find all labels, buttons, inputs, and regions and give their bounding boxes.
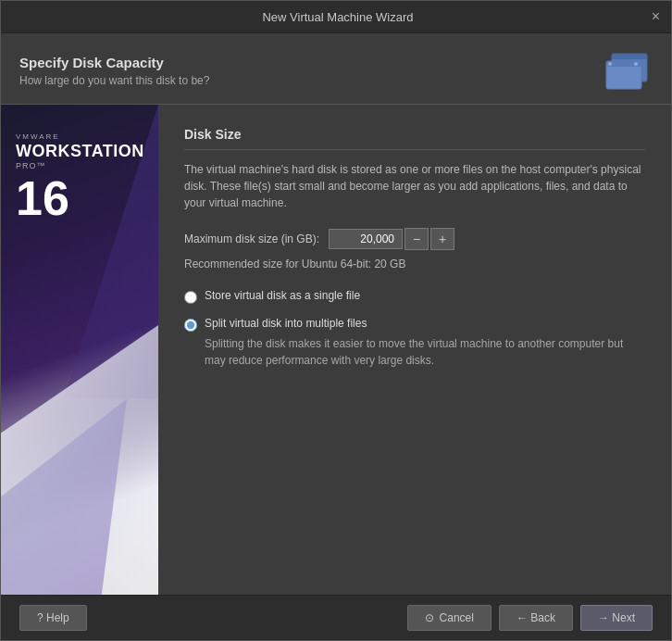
description: The virtual machine's hard disk is store… — [184, 161, 645, 211]
dialog-title: New Virtual Machine Wizard — [34, 10, 641, 24]
pro-label: PRO™ — [16, 161, 144, 170]
option1-radio[interactable] — [184, 291, 197, 304]
decrease-button[interactable]: − — [404, 228, 429, 250]
cancel-label: Cancel — [440, 611, 474, 624]
option1-label[interactable]: Store virtual disk as a single file — [205, 289, 360, 302]
option2-desc: Splitting the disk makes it easier to mo… — [184, 335, 645, 369]
header-text: Specify Disk Capacity How large do you w… — [19, 55, 209, 87]
dialog: New Virtual Machine Wizard × Specify Dis… — [0, 0, 672, 641]
next-label: → Next — [598, 611, 635, 624]
help-button[interactable]: ? Help — [19, 605, 87, 631]
svg-point-4 — [634, 62, 638, 66]
close-button[interactable]: × — [641, 8, 660, 25]
footer: ? Help ⊙ Cancel ← Back → Next — [1, 595, 671, 640]
footer-right: ⊙ Cancel ← Back → Next — [407, 605, 653, 631]
header: Specify Disk Capacity How large do you w… — [1, 33, 671, 105]
disk-size-input[interactable] — [329, 229, 403, 249]
right-panel: Disk Size The virtual machine's hard dis… — [158, 105, 671, 595]
vmware-label: VMWARE — [16, 132, 144, 141]
back-button[interactable]: ← Back — [499, 605, 573, 631]
help-label: ? Help — [37, 611, 69, 624]
disk-icon — [604, 48, 653, 93]
option2-row: Split virtual disk into multiple files — [184, 317, 645, 332]
option2-radio[interactable] — [184, 319, 197, 332]
back-label: ← Back — [516, 611, 555, 624]
sidebar: VMWARE WORKSTATION PRO™ 16 — [1, 105, 158, 595]
title-bar: New Virtual Machine Wizard × — [1, 1, 671, 33]
option1-row: Store virtual disk as a single file — [184, 289, 645, 304]
radio-group: Store virtual disk as a single file Spli… — [184, 289, 645, 369]
header-title: Specify Disk Capacity — [19, 55, 209, 70]
cancel-icon: ⊙ — [425, 611, 434, 624]
content: VMWARE WORKSTATION PRO™ 16 Disk Size The… — [1, 105, 671, 595]
cancel-button[interactable]: ⊙ Cancel — [407, 605, 492, 631]
recommended-text: Recommended size for Ubuntu 64-bit: 20 G… — [184, 258, 645, 270]
svg-rect-1 — [612, 54, 647, 59]
option2-label[interactable]: Split virtual disk into multiple files — [205, 317, 367, 330]
section-title: Disk Size — [184, 127, 645, 150]
footer-left: ? Help — [19, 605, 87, 631]
option1-container: Store virtual disk as a single file — [184, 289, 645, 304]
option2-container: Split virtual disk into multiple files S… — [184, 317, 645, 369]
sidebar-brand: VMWARE WORKSTATION PRO™ 16 — [16, 132, 144, 222]
svg-point-5 — [608, 62, 612, 66]
header-subtitle: How large do you want this disk to be? — [19, 74, 209, 87]
workstation-label: WORKSTATION — [16, 143, 144, 161]
disk-size-row: Maximum disk size (in GB): − + — [184, 228, 645, 250]
version-label: 16 — [16, 174, 144, 222]
next-button[interactable]: → Next — [580, 605, 653, 631]
increase-button[interactable]: + — [430, 228, 454, 250]
disk-size-label: Maximum disk size (in GB): — [184, 233, 319, 245]
